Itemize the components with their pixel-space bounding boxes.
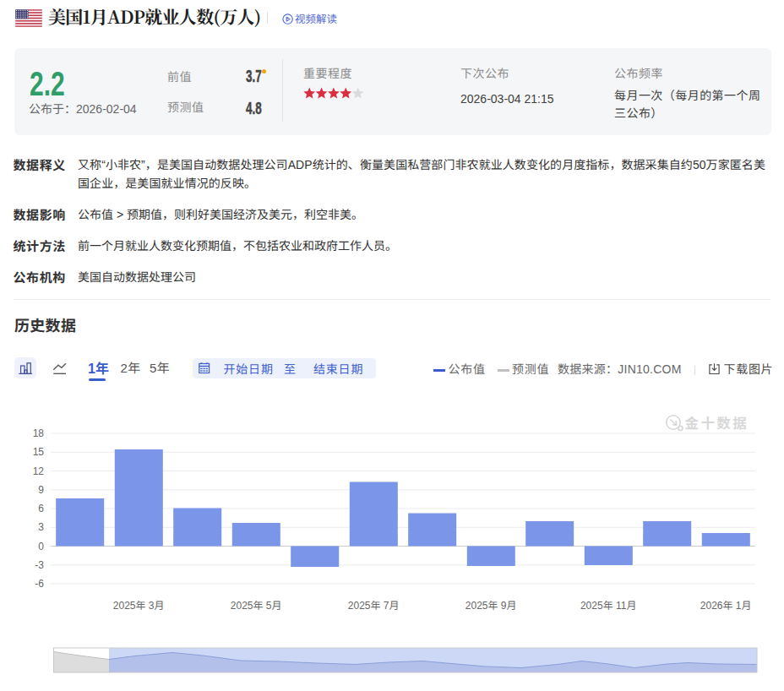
svg-text:9: 9 — [38, 482, 44, 496]
svg-text:-3: -3 — [35, 557, 44, 571]
svg-text:2025年 7月: 2025年 7月 — [348, 597, 400, 612]
svg-text:2025年 9月: 2025年 9月 — [466, 597, 517, 612]
svg-text:金十数据: 金十数据 — [685, 412, 749, 433]
svg-text:15: 15 — [33, 443, 45, 458]
svg-text:-6: -6 — [35, 575, 44, 590]
svg-text:2025年 3月: 2025年 3月 — [113, 597, 165, 612]
svg-text:0: 0 — [38, 538, 44, 552]
svg-text:12: 12 — [33, 463, 45, 477]
svg-text:2025年 11月: 2025年 11月 — [580, 597, 637, 612]
svg-text:18: 18 — [33, 425, 45, 439]
svg-text:2025年 5月: 2025年 5月 — [231, 597, 282, 612]
svg-text:3: 3 — [38, 519, 44, 533]
svg-text:2026年 1月: 2026年 1月 — [700, 597, 752, 612]
svg-text:6: 6 — [38, 500, 44, 514]
